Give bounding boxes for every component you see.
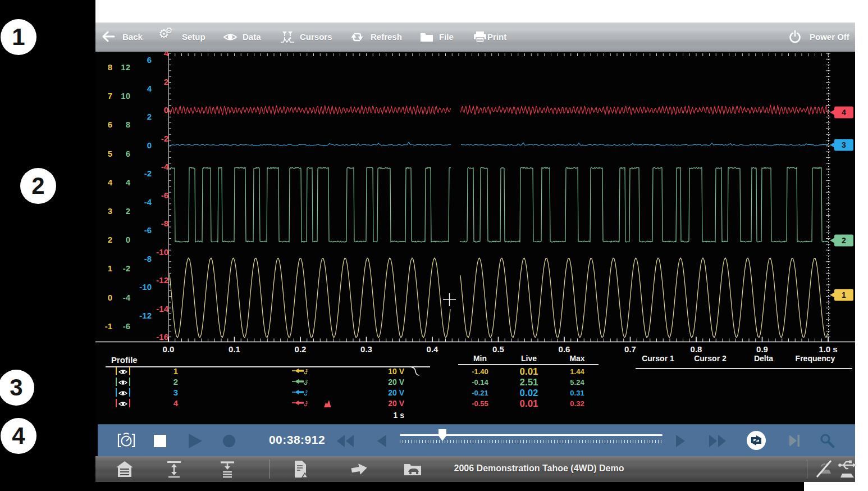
scale-label-ch2: -2 xyxy=(103,263,130,274)
printer-icon[interactable] xyxy=(473,30,487,46)
cursor-underline xyxy=(636,368,852,369)
x-axis-label: 0.8 xyxy=(677,344,716,354)
expand-view-icon[interactable] xyxy=(166,461,182,480)
scale-label-ch4: -4 xyxy=(141,161,168,172)
scale-label-ch4: 0 xyxy=(141,104,168,116)
data-codes-icon[interactable] xyxy=(293,460,308,481)
probe-icon[interactable]: 2 xyxy=(292,378,309,389)
toolbar-divider xyxy=(807,460,807,479)
step-forward-icon[interactable] xyxy=(676,435,685,449)
channel-scale-value[interactable]: 20 V xyxy=(359,399,404,408)
channel-badge-3[interactable]: 3 xyxy=(830,139,853,151)
channel-visibility-toggle[interactable] xyxy=(116,399,130,407)
top-toolbar: Back ⚙⚙ Setup Data Cursors R xyxy=(95,22,855,52)
channel-badge-1[interactable]: 1 xyxy=(830,289,853,301)
snapshot-timer-icon[interactable] xyxy=(117,432,136,451)
cursors-icon[interactable] xyxy=(280,30,295,46)
scope-display: 4321 Profile Min Live Max Cursor 1 Curso… xyxy=(95,52,855,424)
x-axis-label: 0.3 xyxy=(347,344,386,354)
svg-text:3: 3 xyxy=(842,140,846,149)
active-vehicle-title: 2006 Demonstration Tahoe (4WD) Demo xyxy=(399,463,679,474)
probe-icon[interactable]: 2 xyxy=(292,367,309,378)
probe-icon[interactable]: 2 xyxy=(292,399,309,410)
record-button[interactable] xyxy=(222,434,236,450)
channel-scale-value[interactable]: 20 V xyxy=(359,378,404,387)
time-scale-value[interactable]: 1 s xyxy=(359,411,404,420)
svg-text:2: 2 xyxy=(305,369,308,372)
skip-to-end-icon[interactable] xyxy=(789,435,801,449)
channel-visibility-toggle[interactable] xyxy=(116,388,130,397)
callout-3: 3 xyxy=(0,370,34,406)
scale-label-ch4: -8 xyxy=(141,218,168,229)
scale-label-ch4: -16 xyxy=(141,331,168,343)
peak-detect-icon[interactable] xyxy=(323,399,333,410)
playback-time: 00:38:912 xyxy=(263,433,331,447)
scope-app-window: Back ⚙⚙ Setup Data Cursors R xyxy=(95,22,855,482)
gear-small: ⚙ xyxy=(166,26,173,35)
data-button[interactable]: Data xyxy=(243,32,261,42)
x-axis-label: 0.5 xyxy=(479,344,518,354)
min-header: Min xyxy=(460,354,500,363)
channel-scale-value[interactable]: 10 V xyxy=(359,367,404,376)
position-slider-thumb[interactable] xyxy=(438,429,446,441)
callout-4: 4 xyxy=(1,418,36,454)
scale-label-ch4: -12 xyxy=(141,275,168,286)
scale-label-ch4: -2 xyxy=(141,133,168,144)
refresh-icon[interactable] xyxy=(350,30,364,46)
scale-label-ch4: 4 xyxy=(141,52,168,59)
probe-icon[interactable]: 2 xyxy=(292,389,309,399)
x-axis-label: 0.0 xyxy=(149,344,188,354)
measure-underline xyxy=(458,364,599,365)
callout-1: 1 xyxy=(1,19,36,55)
play-button[interactable] xyxy=(189,434,202,451)
min-value: -0.14 xyxy=(459,378,501,387)
max-value: 0.32 xyxy=(556,399,599,408)
folder-icon[interactable] xyxy=(419,31,434,45)
scale-label-ch2: -6 xyxy=(103,321,130,332)
frequency-header: Frequency xyxy=(790,354,840,363)
scale-label-ch2: -4 xyxy=(103,292,130,303)
refresh-button[interactable]: Refresh xyxy=(371,32,402,42)
eye-icon[interactable] xyxy=(222,31,238,45)
cursors-button[interactable]: Cursors xyxy=(300,32,332,42)
scale-label-ch4: 2 xyxy=(141,76,168,88)
power-off-button[interactable]: Power Off xyxy=(810,32,849,42)
max-header: Max xyxy=(556,354,599,363)
rewind-icon[interactable] xyxy=(337,435,354,449)
channel-visibility-toggle[interactable] xyxy=(116,367,130,375)
delta-header: Delta xyxy=(744,354,783,363)
channel-visibility-toggle[interactable] xyxy=(116,378,130,386)
back-button[interactable]: Back xyxy=(122,32,143,42)
home-icon[interactable] xyxy=(115,461,134,480)
collapse-view-icon[interactable] xyxy=(219,461,236,480)
print-button[interactable]: Print xyxy=(487,32,506,42)
x-axis-label: 0.2 xyxy=(281,344,320,354)
channel-badge-2[interactable]: 2 xyxy=(830,235,853,247)
trigger-slope-icon[interactable] xyxy=(410,366,421,379)
loop-restart-button[interactable] xyxy=(746,430,767,453)
stop-button[interactable] xyxy=(154,435,166,449)
power-icon[interactable] xyxy=(788,30,802,46)
scale-label-ch4: -10 xyxy=(141,247,168,258)
channel-number: 1 xyxy=(168,366,183,376)
cursor2-header: Cursor 2 xyxy=(688,354,733,363)
live-value: 2.51 xyxy=(505,377,552,388)
channel-number: 3 xyxy=(168,388,183,397)
svg-text:2: 2 xyxy=(305,390,308,394)
position-slider-ticks xyxy=(400,440,663,443)
fast-forward-icon[interactable] xyxy=(709,435,726,449)
channel-badge-4[interactable]: 4 xyxy=(830,107,853,119)
gears-icon[interactable]: ⚙⚙ xyxy=(158,27,176,41)
setup-button[interactable]: Setup xyxy=(182,32,205,42)
back-arrow-icon[interactable] xyxy=(101,30,116,45)
step-back-icon[interactable] xyxy=(377,435,386,449)
svg-text:2: 2 xyxy=(842,236,846,245)
exit-arrow-icon[interactable] xyxy=(350,461,368,479)
x-axis-label: 1.0 s xyxy=(808,344,848,354)
channel-scale-value[interactable]: 20 V xyxy=(359,388,404,397)
status-toolbar: 2006 Demonstration Tahoe (4WD) Demo xyxy=(95,456,855,482)
file-button[interactable]: File xyxy=(439,32,454,42)
zoom-magnifier-icon[interactable] xyxy=(820,433,835,451)
profile-header: Profile xyxy=(111,355,138,365)
scale-label-ch4: -6 xyxy=(141,190,168,201)
